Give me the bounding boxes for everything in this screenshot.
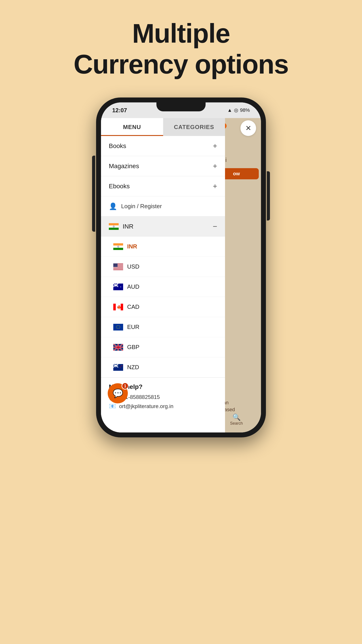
login-register-row[interactable]: 👤 Login / Register bbox=[101, 196, 225, 216]
india-flag-icon-sm bbox=[113, 243, 123, 250]
currency-collapse-icon: − bbox=[213, 222, 217, 231]
help-email-address: ort@jkpliterature.org.in bbox=[119, 403, 173, 410]
svg-rect-13 bbox=[113, 268, 123, 268]
currency-option-gbp[interactable]: GBP bbox=[101, 337, 225, 357]
phone-screen: 12:07 ▲ ◎ 98% 🛍 0 vinekhabathi ow bbox=[101, 102, 261, 432]
svg-rect-12 bbox=[113, 267, 123, 268]
status-bar: 12:07 ▲ ◎ 98% bbox=[101, 102, 261, 118]
drawer-tabs: MENU CATEGORIES bbox=[101, 118, 225, 136]
books-expand-icon: + bbox=[213, 142, 217, 150]
help-email-row[interactable]: 📧 ort@jkpliterature.org.in bbox=[109, 403, 217, 410]
status-time: 12:07 bbox=[112, 107, 127, 114]
usa-flag-icon bbox=[113, 264, 123, 270]
svg-rect-0 bbox=[109, 223, 119, 226]
svg-rect-24 bbox=[113, 304, 116, 310]
currency-selected-label: INR bbox=[123, 223, 133, 230]
menu-item-magazines[interactable]: Magazines + bbox=[101, 156, 225, 176]
phone-mockup: 12:07 ▲ ◎ 98% 🛍 0 vinekhabathi ow bbox=[96, 98, 266, 438]
currency-eur-label: EUR bbox=[127, 324, 139, 330]
currency-inr-label: INR bbox=[127, 243, 137, 250]
currency-usd-label: USD bbox=[127, 263, 139, 270]
login-label: Login / Register bbox=[121, 203, 162, 210]
wifi-icon: ◎ bbox=[234, 107, 238, 113]
tab-menu[interactable]: MENU bbox=[101, 118, 163, 136]
phone-shell: 12:07 ▲ ◎ 98% 🛍 0 vinekhabathi ow bbox=[96, 98, 266, 438]
currency-option-eur[interactable]: ★ ★ ★ ★ ★ ★ ★ ★ EUR bbox=[101, 317, 225, 337]
currency-gbp-label: GBP bbox=[127, 344, 139, 350]
chat-badge: 1 bbox=[122, 382, 129, 390]
svg-rect-4 bbox=[113, 243, 123, 246]
currency-option-aud[interactable]: ✦ AUD bbox=[101, 277, 225, 297]
svg-rect-14 bbox=[113, 269, 123, 270]
svg-text:★: ★ bbox=[121, 365, 122, 366]
status-notch bbox=[156, 102, 206, 111]
eu-flag-icon: ★ ★ ★ ★ ★ ★ ★ ★ bbox=[113, 324, 123, 330]
newzealand-flag-icon: ★ ★ bbox=[113, 364, 123, 371]
status-icons: ▲ ◎ 98% bbox=[227, 107, 250, 113]
menu-item-books[interactable]: Books + bbox=[101, 136, 225, 156]
svg-text:✦: ✦ bbox=[120, 286, 122, 288]
chat-widget[interactable]: 💬 1 bbox=[108, 383, 128, 404]
menu-item-books-label: Books bbox=[109, 142, 126, 150]
close-button[interactable]: ✕ bbox=[240, 120, 256, 136]
svg-rect-15 bbox=[113, 264, 117, 267]
user-icon: 👤 bbox=[109, 202, 117, 210]
currency-header-left: INR bbox=[109, 223, 133, 230]
battery-label: 98% bbox=[240, 107, 250, 113]
india-flag-icon bbox=[109, 223, 119, 230]
svg-text:★: ★ bbox=[120, 366, 121, 368]
currency-option-cad[interactable]: 🍁 CAD bbox=[101, 297, 225, 317]
currency-aud-label: AUD bbox=[127, 283, 139, 290]
australia-flag-icon: ✦ bbox=[113, 284, 123, 290]
svg-text:🍁: 🍁 bbox=[117, 305, 122, 310]
uk-flag-icon bbox=[113, 344, 123, 350]
chat-bubble[interactable]: 💬 1 bbox=[108, 383, 128, 404]
menu-item-magazines-label: Magazines bbox=[109, 162, 139, 170]
email-icon: 📧 bbox=[109, 403, 116, 410]
page-title: Multiple Currency options bbox=[73, 18, 288, 80]
currency-option-inr[interactable]: INR bbox=[101, 236, 225, 257]
canada-flag-icon: 🍁 bbox=[113, 304, 123, 310]
currency-cad-label: CAD bbox=[127, 304, 139, 310]
magazines-expand-icon: + bbox=[213, 162, 217, 170]
currency-option-nzd[interactable]: ★ ★ NZD bbox=[101, 357, 225, 378]
tab-categories[interactable]: CATEGORIES bbox=[163, 118, 225, 136]
svg-rect-2 bbox=[109, 228, 119, 230]
menu-item-ebooks-label: Ebooks bbox=[109, 183, 130, 190]
ebooks-expand-icon: + bbox=[213, 182, 217, 190]
svg-rect-6 bbox=[113, 248, 123, 250]
menu-item-ebooks[interactable]: Ebooks + bbox=[101, 176, 225, 196]
currency-selector-header[interactable]: INR − bbox=[101, 216, 225, 236]
currency-option-usd[interactable]: USD bbox=[101, 257, 225, 277]
currency-nzd-label: NZD bbox=[127, 364, 139, 371]
signal-icon: ▲ bbox=[227, 107, 232, 113]
